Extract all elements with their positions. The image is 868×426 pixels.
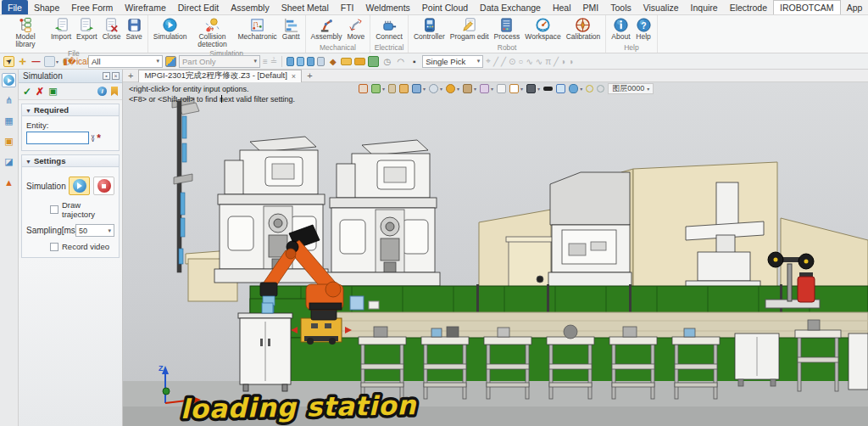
process-button[interactable]: Process: [492, 16, 523, 42]
layer-dropdown[interactable]: 图层0000: [608, 83, 654, 94]
loading-cabinet[interactable]: [238, 303, 292, 391]
mid-wall-table[interactable]: [506, 237, 554, 290]
save-button[interactable]: Save: [123, 16, 144, 42]
model-library-button[interactable]: Model library: [3, 16, 48, 49]
sidebar-tab-workspace[interactable]: ▣: [2, 134, 16, 149]
document-tab[interactable]: MPGI-2301完成2程序修改.Z3 - [Default] ×: [138, 70, 302, 82]
pencil-icon[interactable]: [388, 84, 396, 93]
menu-tab-dataexchange[interactable]: Data Exchange: [474, 0, 547, 14]
simulation-button[interactable]: Simulation: [151, 16, 190, 42]
shade-style-icon[interactable]: [371, 84, 381, 93]
sidebar-tab-mechatronic[interactable]: ⋔: [2, 93, 16, 108]
mechatronic-button[interactable]: Mechatronic: [235, 16, 279, 42]
menu-tab-fti[interactable]: FTI: [335, 0, 360, 14]
ok-button[interactable]: ✓: [23, 86, 31, 98]
menu-tab-app[interactable]: App: [841, 0, 868, 14]
pick-mode-dropdown[interactable]: Single Pick: [422, 55, 483, 68]
move-entity-icon[interactable]: ✛: [17, 56, 28, 67]
history-icon[interactable]: ◷: [381, 56, 392, 67]
sidebar-tab-assembly[interactable]: ▦: [2, 114, 16, 128]
layer-manager-icon[interactable]: [368, 56, 379, 67]
menu-tab-inquire[interactable]: Inquire: [685, 0, 724, 14]
image-caret-icon[interactable]: ▾: [56, 59, 58, 64]
assembly-robot-button[interactable]: Assembly: [309, 16, 345, 42]
blue-frame-icon[interactable]: [556, 84, 565, 93]
lightbulb-icon[interactable]: [586, 85, 593, 92]
new-tab-icon[interactable]: +: [123, 70, 138, 81]
export-button[interactable]: Export: [74, 16, 100, 42]
display-dropdown[interactable]: Part Only: [179, 55, 260, 68]
cad-3d-scene[interactable]: Z X loading station: [123, 82, 868, 426]
apply-button[interactable]: ▣: [48, 86, 57, 97]
render-mode-icon[interactable]: [446, 84, 455, 93]
view-orient-icon[interactable]: [429, 84, 438, 93]
draw-trajectory-checkbox[interactable]: [50, 205, 58, 214]
menu-tab-freeform[interactable]: Free Form: [65, 0, 119, 14]
remove-filter-icon[interactable]: —: [31, 56, 42, 67]
add-tab-icon[interactable]: +: [302, 70, 317, 81]
pick-face-icon[interactable]: [287, 57, 294, 66]
sidebar-tab-robot[interactable]: ▲: [2, 175, 16, 189]
pick-component-icon[interactable]: ◆: [327, 56, 338, 67]
filter-dropdown[interactable]: All: [88, 55, 163, 68]
attribute-filter-icon[interactable]: ▮�ically;: [75, 56, 86, 67]
sampling-dropdown[interactable]: 50: [75, 224, 114, 237]
panel-close-icon[interactable]: ×: [112, 72, 120, 80]
expand-chevrons-icon[interactable]: ∨∨: [91, 135, 95, 142]
menu-tab-file[interactable]: File: [2, 0, 28, 14]
black-bar-icon[interactable]: [543, 87, 553, 91]
bookmark-icon[interactable]: [111, 87, 118, 96]
exit-sketch-icon[interactable]: [359, 84, 368, 93]
select-cursor-icon[interactable]: ➤: [3, 56, 14, 67]
controller-button[interactable]: Controller: [411, 16, 448, 42]
menu-tab-assembly[interactable]: Assembly: [225, 0, 275, 14]
required-section-header[interactable]: ▼Required: [21, 104, 120, 116]
block-icon[interactable]: ▪: [409, 56, 420, 67]
menu-tab-visualize[interactable]: Visualize: [637, 0, 685, 14]
pick-edge-icon[interactable]: [297, 57, 304, 66]
menu-tab-heal[interactable]: Heal: [547, 0, 577, 14]
image-capture-icon[interactable]: [44, 56, 55, 67]
gantt-button[interactable]: Gantt: [280, 16, 303, 42]
menu-tab-pmi[interactable]: PMI: [577, 0, 605, 14]
calibration-button[interactable]: Calibration: [564, 16, 604, 42]
folder-add-icon[interactable]: [354, 58, 365, 65]
view-cube-icon[interactable]: [412, 84, 421, 93]
workspace-button[interactable]: Workspace: [522, 16, 563, 42]
stop-simulation-button[interactable]: [93, 177, 114, 195]
eraser-icon[interactable]: [480, 84, 489, 93]
menu-tab-electrode[interactable]: Electrode: [724, 0, 773, 14]
curve-icon[interactable]: ◠: [395, 56, 406, 67]
settings-section-header[interactable]: ▼Settings: [21, 154, 120, 167]
progam-edit-button[interactable]: Progam edit: [448, 16, 492, 42]
menu-tab-sheetmetal[interactable]: Sheet Metal: [275, 0, 335, 14]
sidebar-tab-scene[interactable]: ◪: [2, 154, 16, 169]
menu-tab-irobotcam[interactable]: IROBOTCAM: [773, 0, 841, 14]
about-button[interactable]: About: [609, 16, 632, 42]
import-button[interactable]: Import: [48, 16, 74, 42]
info-icon[interactable]: i: [97, 87, 107, 96]
help-button[interactable]: ? Help: [633, 16, 654, 42]
background-icon[interactable]: [463, 84, 472, 93]
sidebar-tab-simulation[interactable]: [2, 73, 16, 87]
clip-plane-icon[interactable]: [509, 84, 519, 93]
cancel-button[interactable]: ✗: [36, 86, 44, 98]
layer-circle-icon[interactable]: [597, 85, 604, 92]
pick-vertex-icon[interactable]: [307, 57, 314, 66]
menu-tab-wireframe[interactable]: Wireframe: [119, 0, 171, 14]
window-icon[interactable]: [497, 84, 506, 93]
menu-tab-shape[interactable]: Shape: [28, 0, 65, 14]
viewport[interactable]: + MPGI-2301完成2程序修改.Z3 - [Default] × + <r…: [123, 70, 868, 426]
shade-mode-icon[interactable]: [165, 56, 176, 67]
menu-tab-weldments[interactable]: Weldments: [359, 0, 415, 14]
close-file-button[interactable]: Close: [100, 16, 124, 42]
panel-minimize-icon[interactable]: ▪: [103, 72, 110, 80]
connect-button[interactable]: Connect: [373, 16, 405, 42]
pick-body-icon[interactable]: [317, 57, 325, 66]
record-video-checkbox[interactable]: [50, 243, 58, 251]
monitor-icon[interactable]: [526, 84, 536, 93]
menu-tab-tools[interactable]: Tools: [604, 0, 637, 14]
eye-icon[interactable]: [569, 84, 578, 93]
collision-detection-button[interactable]: Collision detection: [189, 16, 235, 49]
brush-icon[interactable]: [399, 84, 409, 93]
